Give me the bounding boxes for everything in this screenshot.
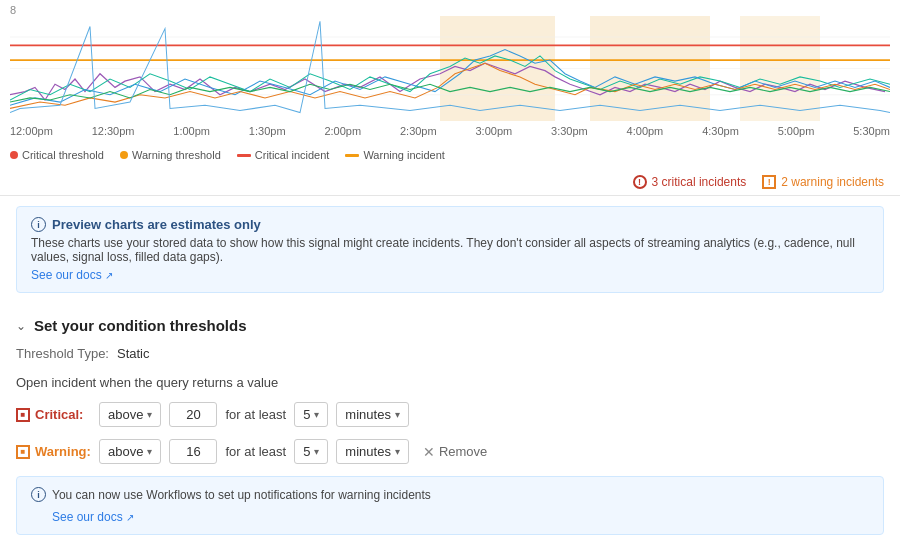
xaxis-label: 1:00pm bbox=[173, 125, 210, 137]
warning-incidents-badge: ! 2 warning incidents bbox=[762, 175, 884, 189]
warning-incidents-label: 2 warning incidents bbox=[781, 175, 884, 189]
xaxis-label: 1:30pm bbox=[249, 125, 286, 137]
workflow-docs-link[interactable]: See our docs ↗ bbox=[52, 510, 869, 524]
wf-info-icon: i bbox=[31, 487, 46, 502]
xaxis-label: 4:30pm bbox=[702, 125, 739, 137]
xaxis-label: 2:30pm bbox=[400, 125, 437, 137]
remove-warning-button[interactable]: ✕ Remove bbox=[417, 442, 493, 462]
preview-docs-link[interactable]: See our docs ↗ bbox=[31, 268, 113, 282]
legend-critical-threshold: Critical threshold bbox=[10, 149, 104, 161]
xaxis-label: 4:00pm bbox=[627, 125, 664, 137]
critical-value-input[interactable] bbox=[169, 402, 217, 427]
warning-unit-value: minutes bbox=[345, 444, 391, 459]
chevron-down-icon: ▾ bbox=[314, 446, 319, 457]
section-header: ⌄ Set your condition thresholds bbox=[16, 317, 884, 334]
chart-svg bbox=[10, 16, 890, 121]
threshold-type-value: Static bbox=[117, 346, 150, 361]
xaxis-label: 12:30pm bbox=[92, 125, 135, 137]
warning-unit-dropdown[interactable]: minutes ▾ bbox=[336, 439, 409, 464]
external-link-icon: ↗ bbox=[126, 512, 134, 523]
chevron-down-icon: ▾ bbox=[147, 446, 152, 457]
workflow-notice-row: i You can now use Workflows to set up no… bbox=[31, 487, 869, 502]
legend-warning-incident: Warning incident bbox=[345, 149, 445, 161]
chevron-down-icon: ▾ bbox=[395, 446, 400, 457]
y-label: 8 bbox=[10, 4, 16, 16]
close-icon: ✕ bbox=[423, 444, 435, 460]
warning-operator-value: above bbox=[108, 444, 143, 459]
chart-xaxis: 12:00pm 12:30pm 1:00pm 1:30pm 2:00pm 2:3… bbox=[0, 121, 900, 143]
legend-label-warning-incident: Warning incident bbox=[363, 149, 445, 161]
critical-operator-dropdown[interactable]: above ▾ bbox=[99, 402, 161, 427]
legend-dot-warning bbox=[120, 151, 128, 159]
open-incident-label: Open incident when the query returns a v… bbox=[16, 375, 884, 390]
threshold-type-label: Threshold Type: bbox=[16, 346, 109, 361]
warning-value-input[interactable] bbox=[169, 439, 217, 464]
thresholds-section: ⌄ Set your condition thresholds Threshol… bbox=[0, 303, 900, 542]
threshold-type-row: Threshold Type: Static bbox=[16, 346, 884, 361]
xaxis-label: 3:00pm bbox=[476, 125, 513, 137]
xaxis-label: 3:30pm bbox=[551, 125, 588, 137]
external-link-icon: ↗ bbox=[105, 270, 113, 281]
critical-icon: ■ bbox=[16, 408, 30, 422]
for-at-label-warning: for at least bbox=[225, 444, 286, 459]
legend-critical-incident: Critical incident bbox=[237, 149, 330, 161]
preview-notice-title-text: Preview charts are estimates only bbox=[52, 217, 261, 232]
info-icon: i bbox=[31, 217, 46, 232]
warning-threshold-label: ■ Warning: bbox=[16, 444, 91, 459]
critical-label-text: Critical: bbox=[35, 407, 83, 422]
warning-duration-dropdown[interactable]: 5 ▾ bbox=[294, 439, 328, 464]
chart-container bbox=[0, 16, 900, 121]
critical-unit-dropdown[interactable]: minutes ▾ bbox=[336, 402, 409, 427]
legend-dash-critical bbox=[237, 154, 251, 157]
legend-dot-critical bbox=[10, 151, 18, 159]
incidents-bar: ! 3 critical incidents ! 2 warning incid… bbox=[0, 169, 900, 195]
critical-duration-value: 5 bbox=[303, 407, 310, 422]
warning-icon: ■ bbox=[16, 445, 30, 459]
preview-docs-link-text: See our docs bbox=[31, 268, 102, 282]
collapse-chevron-icon[interactable]: ⌄ bbox=[16, 319, 26, 333]
workflow-docs-link-text: See our docs bbox=[52, 510, 123, 524]
remove-button-label: Remove bbox=[439, 444, 487, 459]
critical-threshold-row: ■ Critical: above ▾ for at least 5 ▾ min… bbox=[16, 402, 884, 427]
warning-duration-value: 5 bbox=[303, 444, 310, 459]
critical-incidents-badge: ! 3 critical incidents bbox=[633, 175, 747, 189]
chart-section: 8 bbox=[0, 0, 900, 196]
chevron-down-icon: ▾ bbox=[395, 409, 400, 420]
critical-duration-dropdown[interactable]: 5 ▾ bbox=[294, 402, 328, 427]
critical-threshold-label: ■ Critical: bbox=[16, 407, 91, 422]
legend-label-critical-incident: Critical incident bbox=[255, 149, 330, 161]
legend-label-critical-threshold: Critical threshold bbox=[22, 149, 104, 161]
for-at-label: for at least bbox=[225, 407, 286, 422]
xaxis-label: 12:00pm bbox=[10, 125, 53, 137]
critical-incidents-label: 3 critical incidents bbox=[652, 175, 747, 189]
legend-label-warning-threshold: Warning threshold bbox=[132, 149, 221, 161]
warning-incidents-icon: ! bbox=[762, 175, 776, 189]
chart-legend: Critical threshold Warning threshold Cri… bbox=[0, 143, 900, 169]
warning-operator-dropdown[interactable]: above ▾ bbox=[99, 439, 161, 464]
section-title: Set your condition thresholds bbox=[34, 317, 247, 334]
warning-label-text: Warning: bbox=[35, 444, 91, 459]
critical-incidents-icon: ! bbox=[633, 175, 647, 189]
warning-threshold-row: ■ Warning: above ▾ for at least 5 ▾ minu… bbox=[16, 439, 884, 464]
xaxis-label: 5:30pm bbox=[853, 125, 890, 137]
chevron-down-icon: ▾ bbox=[147, 409, 152, 420]
critical-operator-value: above bbox=[108, 407, 143, 422]
legend-dash-warning bbox=[345, 154, 359, 157]
legend-warning-threshold: Warning threshold bbox=[120, 149, 221, 161]
preview-notice-title: i Preview charts are estimates only bbox=[31, 217, 869, 232]
xaxis-label: 5:00pm bbox=[778, 125, 815, 137]
workflow-notice: i You can now use Workflows to set up no… bbox=[16, 476, 884, 535]
workflow-notice-text: You can now use Workflows to set up noti… bbox=[52, 488, 431, 502]
preview-notice-body: These charts use your stored data to sho… bbox=[31, 236, 869, 264]
critical-unit-value: minutes bbox=[345, 407, 391, 422]
preview-notice: i Preview charts are estimates only Thes… bbox=[16, 206, 884, 293]
xaxis-label: 2:00pm bbox=[324, 125, 361, 137]
chevron-down-icon: ▾ bbox=[314, 409, 319, 420]
